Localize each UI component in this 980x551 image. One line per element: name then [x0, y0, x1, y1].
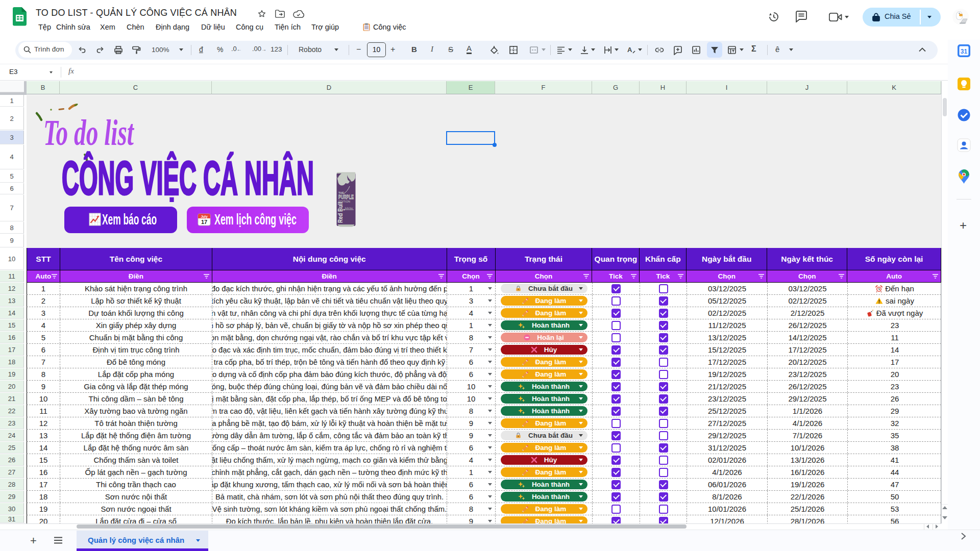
svg-text:PURPLE: PURPLE: [338, 194, 354, 200]
svg-text:A: A: [627, 46, 632, 54]
svg-text:Xem báo cáo: Xem báo cáo: [102, 211, 157, 228]
svg-text:July: July: [201, 215, 207, 219]
svg-text:Best Berry Flavour: Best Berry Flavour: [345, 207, 353, 210]
svg-text:Red Bull: Red Bull: [336, 202, 344, 223]
svg-text:17: 17: [201, 219, 207, 225]
svg-text:CÔNG VIỆC CÁ NHÂN: CÔNG VIỆC CÁ NHÂN: [62, 152, 314, 202]
svg-text:Xem lịch công việc: Xem lịch công việc: [214, 211, 297, 228]
svg-text:31: 31: [961, 48, 968, 55]
